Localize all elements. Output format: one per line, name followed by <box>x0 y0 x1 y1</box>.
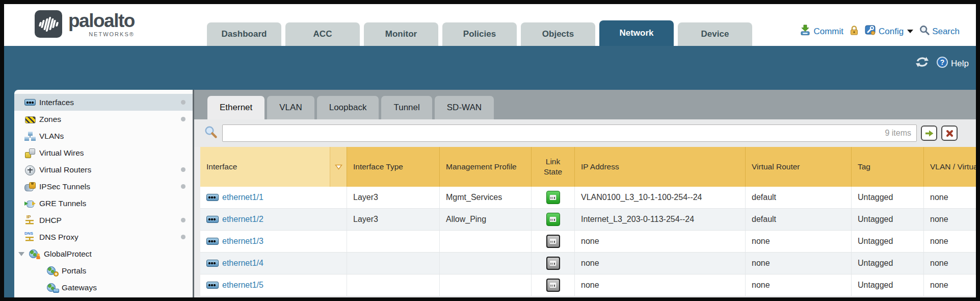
column-header-link-state[interactable]: Link State <box>532 147 575 187</box>
tab-network[interactable]: Network <box>599 20 674 46</box>
ip-address-cell: none <box>575 253 746 274</box>
sidebar-item-label: VLANs <box>39 132 64 141</box>
sidebar-item-dns-proxy[interactable]: DNS Proxy <box>14 229 193 245</box>
status-dot <box>181 167 186 172</box>
tab-policies[interactable]: Policies <box>442 22 517 46</box>
filter-magnifier-icon <box>204 126 218 141</box>
sidebar-item-label: Zones <box>39 115 61 124</box>
link-state-down-icon <box>546 257 560 270</box>
commit-button[interactable]: Commit <box>800 24 843 38</box>
sidebar: Interfaces Zones VLANs Virtual Wi <box>14 90 193 297</box>
help-label: Help <box>951 59 969 69</box>
virtual-router-cell: default <box>746 209 852 230</box>
lock-icon <box>850 25 859 38</box>
interface-type-cell <box>347 253 440 274</box>
sidebar-item-label: DHCP <box>39 216 62 225</box>
filter-input[interactable] <box>223 125 885 141</box>
screenshot-frame: paloalto NETWORKS® Dashboard ACC Monitor… <box>0 0 980 301</box>
ipsec-tunnels-icon <box>24 182 36 191</box>
tab-dashboard[interactable]: Dashboard <box>207 22 281 46</box>
column-header-interface[interactable]: Interface <box>200 147 347 187</box>
collapse-triangle-icon[interactable] <box>18 252 24 256</box>
sidebar-item-gateways[interactable]: Gateways <box>14 279 193 296</box>
search-icon <box>919 25 930 38</box>
status-dot <box>181 235 186 239</box>
ip-address-cell: none <box>575 231 746 252</box>
interface-link[interactable]: ethernet1/5 <box>206 281 263 290</box>
column-header-management-profile[interactable]: Management Profile <box>440 147 532 187</box>
interface-type-cell <box>347 231 440 252</box>
sort-dropdown[interactable] <box>330 147 347 187</box>
virtual-router-cell: none <box>746 274 852 296</box>
sidebar-item-interfaces[interactable]: Interfaces <box>14 94 193 111</box>
sidebar-item-portals[interactable]: Portals <box>14 262 193 279</box>
commit-icon <box>800 24 811 38</box>
sidebar-item-zones[interactable]: Zones <box>14 111 193 128</box>
tag-cell: Untagged <box>852 274 924 296</box>
virtual-routers-icon <box>24 165 36 174</box>
interface-link[interactable]: ethernet1/4 <box>206 259 263 268</box>
tag-cell: Untagged <box>852 231 924 252</box>
lock-button[interactable] <box>850 25 859 38</box>
sidebar-item-gre-tunnels[interactable]: GRE Tunnels <box>14 195 193 212</box>
panos-app: paloalto NETWORKS® Dashboard ACC Monitor… <box>4 4 976 297</box>
column-header-interface-type[interactable]: Interface Type <box>347 147 440 187</box>
vlan-wire-cell: none <box>924 274 976 296</box>
table-rows: ethernet1/1 Layer3 Mgmt_Services VLAN010… <box>200 187 976 296</box>
management-profile-cell <box>440 231 532 252</box>
top-bar: paloalto NETWORKS® Dashboard ACC Monitor… <box>4 4 976 46</box>
dhcp-icon <box>24 216 36 225</box>
sidebar-item-vlans[interactable]: VLANs <box>14 128 193 144</box>
sidebar-item-label: GlobalProtect <box>44 249 92 259</box>
sort-triangle-icon <box>335 164 342 170</box>
tab-objects[interactable]: Objects <box>521 22 595 46</box>
sidebar-item-globalprotect[interactable]: GlobalProtect <box>14 245 193 262</box>
subtab-sdwan[interactable]: SD-WAN <box>435 96 494 119</box>
subtab-tunnel[interactable]: Tunnel <box>381 96 432 119</box>
apply-filter-button[interactable] <box>921 126 937 141</box>
virtual-wires-icon <box>24 148 36 158</box>
column-header-vlan-virtual-wire[interactable]: VLAN / Virtual Wire <box>924 147 976 187</box>
body: Interfaces Zones VLANs Virtual Wi <box>4 90 976 297</box>
search-label: Search <box>932 27 960 37</box>
interface-link[interactable]: ethernet1/3 <box>206 237 263 246</box>
tab-device[interactable]: Device <box>678 22 752 46</box>
sidebar-item-label: Interfaces <box>39 98 74 107</box>
column-header-tag[interactable]: Tag <box>852 147 924 187</box>
vlan-wire-cell: none <box>924 231 976 252</box>
interface-link[interactable]: ethernet1/1 <box>206 193 263 202</box>
sidebar-item-ipsec-tunnels[interactable]: IPSec Tunnels <box>14 178 193 195</box>
help-button[interactable]: ? Help <box>936 56 969 71</box>
subtab-vlan[interactable]: VLAN <box>267 96 314 119</box>
items-count: 9 items <box>885 129 911 138</box>
commit-label: Commit <box>813 27 843 37</box>
tab-acc[interactable]: ACC <box>285 22 360 46</box>
config-menu[interactable]: Config <box>865 24 913 38</box>
link-state-up-icon <box>546 191 560 204</box>
table-row: ethernet1/2 Layer3 Allow_Ping Internet_L… <box>200 209 976 231</box>
sidebar-item-label: Virtual Routers <box>39 165 91 174</box>
brand-logo: paloalto NETWORKS® <box>35 10 135 38</box>
column-header-ip-address[interactable]: IP Address <box>575 147 746 187</box>
column-header-virtual-router[interactable]: Virtual Router <box>746 147 852 187</box>
subtab-ethernet[interactable]: Ethernet <box>207 96 264 119</box>
sidebar-item-virtual-wires[interactable]: Virtual Wires <box>14 144 193 161</box>
link-state-up-icon <box>546 213 560 226</box>
search-button[interactable]: Search <box>919 25 960 38</box>
interfaces-icon <box>24 98 36 107</box>
clear-filter-button[interactable] <box>941 126 958 141</box>
svg-text:?: ? <box>940 58 945 66</box>
subtab-loopback[interactable]: Loopback <box>317 96 379 119</box>
tab-content: 9 items Interface <box>194 119 976 297</box>
interface-link[interactable]: ethernet1/2 <box>206 215 263 224</box>
sidebar-item-virtual-routers[interactable]: Virtual Routers <box>14 161 193 178</box>
link-state-down-icon <box>546 235 560 248</box>
sidebar-item-dhcp[interactable]: DHCP <box>14 212 193 229</box>
interface-type-cell <box>347 274 440 296</box>
tab-monitor[interactable]: Monitor <box>364 22 438 46</box>
refresh-icon[interactable] <box>915 56 929 70</box>
gre-tunnels-icon <box>24 199 36 208</box>
sidebar-item-label: Gateways <box>62 283 97 292</box>
ethernet-port-icon <box>206 194 219 202</box>
status-dot <box>181 100 186 105</box>
